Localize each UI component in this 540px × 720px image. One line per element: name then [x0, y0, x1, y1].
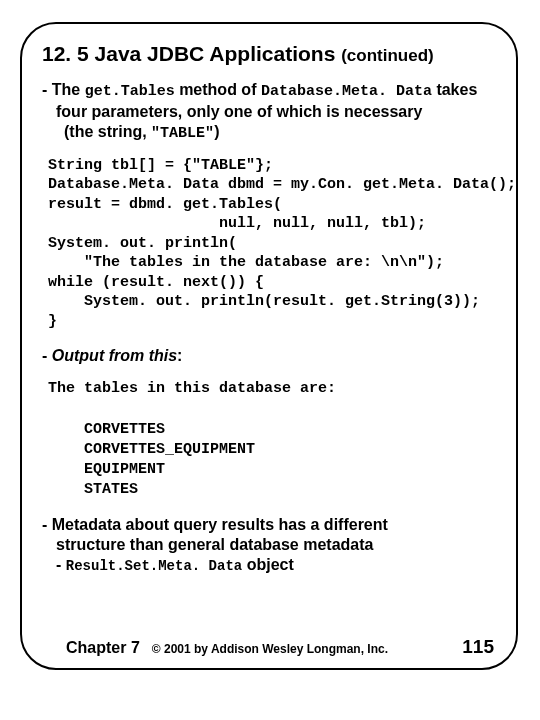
title-main: 12. 5 Java JDBC Applications	[42, 42, 335, 65]
text: The	[52, 81, 85, 98]
code-block: String tbl[] = {"TABLE"}; Database.Meta.…	[48, 156, 496, 332]
output-text: The tables in this database are: CORVETT…	[48, 379, 496, 501]
text: method of	[175, 81, 261, 98]
text: object	[242, 556, 294, 573]
title-continued: (continued)	[341, 46, 434, 65]
page-number: 115	[462, 636, 494, 658]
text: four parameters, only one of which is ne…	[56, 103, 422, 120]
bullet-metadata: - Metadata about query results has a dif…	[42, 515, 496, 576]
bullet-dash: -	[42, 81, 47, 98]
code-table-string: "TABLE"	[151, 125, 214, 142]
sub-bullet-dash: -	[56, 556, 61, 573]
slide-frame: 12. 5 Java JDBC Applications (continued)…	[20, 22, 518, 670]
text: (the string,	[64, 123, 151, 140]
code-gettables: get.Tables	[85, 83, 175, 100]
output-label-text: Output from this	[52, 347, 177, 364]
bullet-dash: -	[42, 516, 47, 533]
colon: :	[177, 347, 182, 364]
slide-title: 12. 5 Java JDBC Applications (continued)	[42, 42, 496, 66]
text: takes	[432, 81, 477, 98]
code-dbmetadata: Database.Meta. Data	[261, 83, 432, 100]
text: structure than general database metadata	[56, 536, 373, 553]
copyright: © 2001 by Addison Wesley Longman, Inc.	[152, 642, 463, 656]
text: Metadata about query results has a diffe…	[52, 516, 388, 533]
chapter-label: Chapter 7	[66, 639, 140, 657]
code-resultsetmetadata: Result.Set.Meta. Data	[66, 558, 242, 574]
slide-footer: Chapter 7 © 2001 by Addison Wesley Longm…	[22, 636, 516, 658]
bullet-gettables: - The get.Tables method of Database.Meta…	[42, 80, 496, 144]
output-label: - Output from this:	[42, 347, 496, 365]
bullet-dash: -	[42, 347, 47, 364]
text: )	[214, 123, 219, 140]
